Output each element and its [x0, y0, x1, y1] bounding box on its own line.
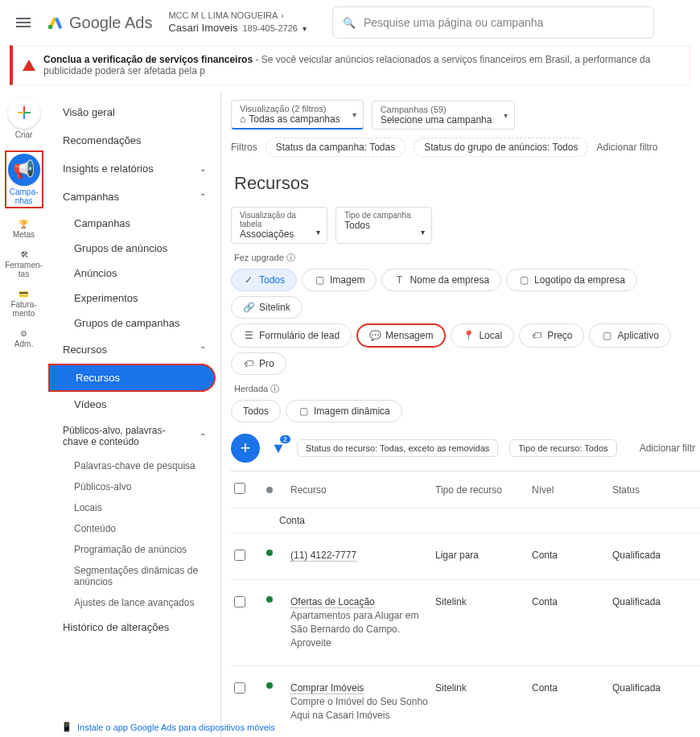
app-icon: ▢: [601, 330, 612, 341]
nav-visao[interactable]: Visão geral: [48, 98, 220, 126]
trophy-icon: 🏆: [19, 220, 28, 229]
logo[interactable]: Google Ads: [47, 13, 152, 33]
nav-insights[interactable]: Insights e relatórios⌄: [48, 154, 220, 183]
chevron-up-icon: ⌃: [200, 192, 206, 201]
table-row[interactable]: Comprar ImóveisCompre o Imóvel do Seu So…: [231, 666, 700, 737]
pill-todos[interactable]: ✓Todos: [231, 269, 297, 291]
account-switcher[interactable]: MCC M L LIMA NOGUEIRA› Casari Imoveis189…: [168, 10, 306, 35]
resource-title[interactable]: (11) 4122-7777: [290, 550, 356, 562]
help-icon[interactable]: ⓘ: [286, 253, 295, 262]
resource-nivel: Conta: [532, 682, 612, 694]
row-checkbox[interactable]: [234, 550, 245, 561]
add-filter-link[interactable]: Adicionar filtr: [640, 443, 700, 454]
rail-adm[interactable]: ⚙Adm.: [14, 329, 33, 348]
home-icon: ⌂: [240, 113, 245, 125]
form-icon: ☰: [243, 330, 254, 341]
nav-campanhas-campanhas[interactable]: Campanhas: [48, 211, 220, 236]
nav-publicos[interactable]: Públicos-alvo, palavras-chave e conteúdo…: [48, 417, 220, 455]
th-status[interactable]: Status: [612, 484, 693, 496]
search-box[interactable]: 🔍: [332, 6, 654, 39]
add-button[interactable]: +: [231, 434, 260, 463]
viz-dropdown[interactable]: Visualização (2 filtros) ⌂Todas as campa…: [231, 100, 364, 130]
filter-button[interactable]: ▼2: [271, 440, 286, 457]
text-icon: T: [393, 274, 405, 286]
add-filtro-link[interactable]: Adicionar filtro: [596, 142, 657, 153]
message-icon: 💬: [369, 330, 381, 341]
nav-locais[interactable]: Locais: [48, 497, 220, 518]
chip-status-campanha[interactable]: Status da campanha: Todas: [266, 138, 406, 157]
chevron-down-icon: ▾: [316, 228, 320, 237]
chip-tipo-recurso[interactable]: Tipo de recurso: Todos: [509, 439, 616, 457]
rail-ferramentas[interactable]: 🛠Ferramen- tas: [5, 250, 43, 278]
resource-nivel: Conta: [532, 596, 612, 607]
account-name: Casari Imoveis: [168, 22, 237, 35]
nav-recursos-videos[interactable]: Vídeos: [48, 392, 220, 417]
nav-campanhas[interactable]: Campanhas⌃: [48, 183, 220, 211]
th-recurso[interactable]: Recurso: [290, 484, 435, 496]
megaphone-icon: 📢: [13, 159, 35, 180]
pill-sitelink[interactable]: 🔗Sitelink: [231, 296, 303, 319]
chevron-right-icon: ›: [281, 10, 283, 21]
chip-status-recurso[interactable]: Status do recurso: Todas, exceto as remo…: [297, 439, 498, 457]
nav-recursos[interactable]: Recursos⌃: [48, 336, 220, 364]
th-nivel[interactable]: Nível: [532, 484, 612, 496]
nav-publicos-alvo[interactable]: Públicos-alvo: [48, 476, 220, 497]
row-checkbox[interactable]: [234, 682, 245, 694]
nav-campanhas-anuncios[interactable]: Anúncios: [48, 261, 220, 286]
nav-historico[interactable]: Histórico de alterações: [48, 613, 220, 641]
pill-preco[interactable]: 🏷Preço: [519, 323, 584, 348]
rail-criar[interactable]: Criar: [8, 97, 40, 139]
status-dot: [266, 550, 273, 556]
resource-tipo: Sitelink: [435, 596, 532, 607]
nav-ajustes[interactable]: Ajustes de lance avançados: [48, 592, 220, 613]
pill-local[interactable]: 📍Local: [451, 323, 514, 348]
campaign-dropdown[interactable]: Campanhas (59) Selecione uma campanha ▾: [372, 101, 516, 130]
resource-status: Qualificada: [612, 550, 693, 561]
nav-programacao[interactable]: Programação de anúncios: [48, 539, 220, 560]
pill-mensagem[interactable]: 💬Mensagem: [356, 323, 446, 348]
nav-recursos-recursos[interactable]: Recursos: [48, 364, 216, 392]
status-dot-header: [266, 487, 273, 493]
row-checkbox[interactable]: [234, 596, 245, 607]
mcc-name: MCC M L LIMA NOGUEIRA: [168, 10, 278, 21]
rail-faturamento[interactable]: 💳Fatura- mento: [10, 290, 36, 318]
pill-aplicativo[interactable]: ▢Aplicativo: [589, 323, 670, 348]
svg-point-0: [48, 24, 53, 28]
table-row[interactable]: Ofertas de LocaçãoApartamentos para Alug…: [231, 580, 700, 666]
upgrade-label: Fez upgrade ⓘ: [234, 252, 700, 264]
select-all-checkbox[interactable]: [234, 483, 245, 494]
account-group-row: Conta: [231, 508, 700, 533]
nav-campanhas-exp[interactable]: Experimentos: [48, 286, 220, 311]
pill-form-lead[interactable]: ☰Formulário de lead: [231, 323, 352, 348]
side-nav: Visão geral Recomendações Insights e rel…: [48, 92, 221, 737]
th-tipo[interactable]: Tipo de recurso: [435, 484, 532, 496]
nav-palavras[interactable]: Palavras-chave de pesquisa: [48, 455, 220, 476]
pill-imagem-dinamica[interactable]: ▢Imagem dinâmica: [286, 400, 402, 422]
resource-title[interactable]: Ofertas de Locação: [290, 596, 375, 608]
tipo-campanha-select[interactable]: Tipo de campanhaTodos▾: [336, 207, 432, 244]
pill-imagem[interactable]: ▢Imagem: [302, 269, 377, 291]
rail-campanhas[interactable]: 📢Campa- nhas: [5, 150, 43, 208]
table-viz-select[interactable]: Visualização da tabelaAssociações▾: [231, 207, 327, 244]
resource-title[interactable]: Comprar Imóveis: [290, 682, 364, 694]
nav-campanhas-grupos[interactable]: Grupos de anúncios: [48, 236, 220, 261]
resource-tipo: Sitelink: [435, 682, 532, 694]
pill-nome-empresa[interactable]: TNome da empresa: [381, 269, 501, 291]
nav-seg-din[interactable]: Segmentações dinâmicas de anúncios: [48, 560, 220, 592]
menu-icon[interactable]: [10, 9, 37, 36]
search-input[interactable]: [364, 16, 644, 29]
pill-logo-empresa[interactable]: ▢Logotipo da empresa: [506, 269, 637, 291]
search-icon: 🔍: [343, 17, 356, 29]
resource-nivel: Conta: [532, 550, 612, 561]
rail-metas[interactable]: 🏆Metas: [13, 220, 35, 239]
help-icon[interactable]: ⓘ: [270, 384, 279, 393]
install-app-link[interactable]: 📱 Instale o app Google Ads para disposit…: [61, 722, 275, 732]
nav-conteudo[interactable]: Conteúdo: [48, 518, 220, 539]
nav-campanhas-grupos-camp[interactable]: Grupos de campanhas: [48, 311, 220, 336]
nav-reco[interactable]: Recomendações: [48, 126, 220, 154]
logo-text: Google Ads: [69, 14, 152, 32]
table-row[interactable]: (11) 4122-7777 Ligar para Conta Qualific…: [231, 533, 700, 580]
pill-pro[interactable]: 🏷Pro: [231, 352, 286, 375]
chip-status-grupo[interactable]: Status do grupo de anúncios: Todos: [414, 138, 588, 157]
pill-todos-herdada[interactable]: Todos: [231, 400, 281, 422]
